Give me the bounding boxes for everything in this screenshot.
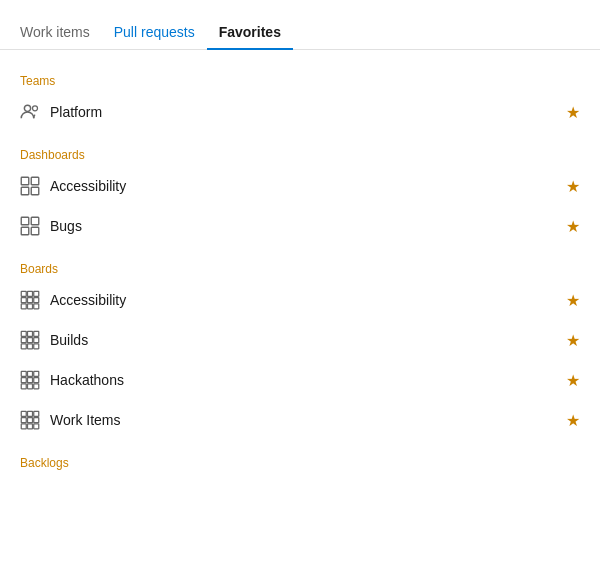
list-item-work-items-board[interactable]: Work Items★ (0, 400, 600, 440)
svg-rect-15 (34, 298, 39, 303)
svg-rect-9 (31, 227, 39, 235)
svg-rect-36 (34, 384, 39, 389)
svg-rect-10 (21, 291, 26, 296)
svg-rect-25 (21, 344, 26, 349)
svg-rect-34 (21, 384, 26, 389)
section-label-teams: Teams (0, 66, 600, 92)
tab-bar: Work itemsPull requestsFavorites (0, 0, 600, 50)
list-item-builds-board[interactable]: Builds★ (0, 320, 600, 360)
section-boards: Boards Accessibility★ Builds★ (0, 254, 600, 440)
svg-rect-6 (21, 217, 29, 225)
svg-rect-41 (28, 418, 33, 423)
board-icon (20, 290, 40, 310)
star-icon-builds-board[interactable]: ★ (566, 331, 580, 350)
star-icon-hackathons-board[interactable]: ★ (566, 371, 580, 390)
item-label-work-items-board: Work Items (50, 412, 566, 428)
svg-rect-29 (28, 371, 33, 376)
svg-rect-7 (31, 217, 39, 225)
svg-rect-26 (28, 344, 33, 349)
svg-rect-32 (28, 378, 33, 383)
section-label-backlogs: Backlogs (0, 448, 600, 474)
svg-rect-40 (21, 418, 26, 423)
list-item-accessibility-dash[interactable]: Accessibility★ (0, 166, 600, 206)
svg-rect-5 (31, 187, 39, 195)
tab-favorites[interactable]: Favorites (207, 16, 293, 50)
section-label-boards: Boards (0, 254, 600, 280)
item-label-hackathons-board: Hackathons (50, 372, 566, 388)
svg-rect-22 (21, 338, 26, 343)
svg-rect-37 (21, 411, 26, 416)
svg-rect-11 (28, 291, 33, 296)
svg-rect-3 (31, 177, 39, 185)
svg-rect-30 (34, 371, 39, 376)
svg-rect-8 (21, 227, 29, 235)
list-item-accessibility-board[interactable]: Accessibility★ (0, 280, 600, 320)
item-label-accessibility-board: Accessibility (50, 292, 566, 308)
star-icon-accessibility-dash[interactable]: ★ (566, 177, 580, 196)
svg-rect-23 (28, 338, 33, 343)
content-area: Teams Platform★Dashboards Accessibility★… (0, 50, 600, 581)
svg-rect-35 (28, 384, 33, 389)
svg-rect-19 (21, 331, 26, 336)
svg-rect-4 (21, 187, 29, 195)
svg-rect-2 (21, 177, 29, 185)
section-label-dashboards: Dashboards (0, 140, 600, 166)
svg-rect-14 (28, 298, 33, 303)
svg-rect-18 (34, 304, 39, 309)
list-item-hackathons-board[interactable]: Hackathons★ (0, 360, 600, 400)
section-teams: Teams Platform★ (0, 66, 600, 132)
svg-rect-42 (34, 418, 39, 423)
svg-rect-24 (34, 338, 39, 343)
svg-rect-17 (28, 304, 33, 309)
board-icon (20, 370, 40, 390)
star-icon-accessibility-board[interactable]: ★ (566, 291, 580, 310)
svg-rect-27 (34, 344, 39, 349)
main-container: Work itemsPull requestsFavorites Teams P… (0, 0, 600, 581)
star-icon-work-items-board[interactable]: ★ (566, 411, 580, 430)
svg-rect-20 (28, 331, 33, 336)
tab-pull-requests[interactable]: Pull requests (102, 16, 207, 50)
svg-point-0 (24, 105, 30, 111)
svg-rect-33 (34, 378, 39, 383)
item-label-platform: Platform (50, 104, 566, 120)
svg-rect-44 (28, 424, 33, 429)
svg-rect-39 (34, 411, 39, 416)
svg-rect-21 (34, 331, 39, 336)
list-item-bugs-dash[interactable]: Bugs★ (0, 206, 600, 246)
section-dashboards: Dashboards Accessibility★ Bugs★ (0, 140, 600, 246)
svg-rect-12 (34, 291, 39, 296)
board-icon (20, 330, 40, 350)
dashboard-icon (20, 216, 40, 236)
star-icon-platform[interactable]: ★ (566, 103, 580, 122)
svg-rect-45 (34, 424, 39, 429)
svg-rect-38 (28, 411, 33, 416)
item-label-accessibility-dash: Accessibility (50, 178, 566, 194)
dashboard-icon (20, 176, 40, 196)
star-icon-bugs-dash[interactable]: ★ (566, 217, 580, 236)
svg-rect-31 (21, 378, 26, 383)
svg-rect-16 (21, 304, 26, 309)
svg-rect-13 (21, 298, 26, 303)
team-icon (20, 102, 40, 122)
svg-rect-28 (21, 371, 26, 376)
board-icon (20, 410, 40, 430)
item-label-builds-board: Builds (50, 332, 566, 348)
svg-rect-43 (21, 424, 26, 429)
list-item-platform[interactable]: Platform★ (0, 92, 600, 132)
tab-work-items[interactable]: Work items (16, 16, 102, 50)
svg-point-1 (33, 106, 38, 111)
item-label-bugs-dash: Bugs (50, 218, 566, 234)
section-backlogs: Backlogs (0, 448, 600, 474)
